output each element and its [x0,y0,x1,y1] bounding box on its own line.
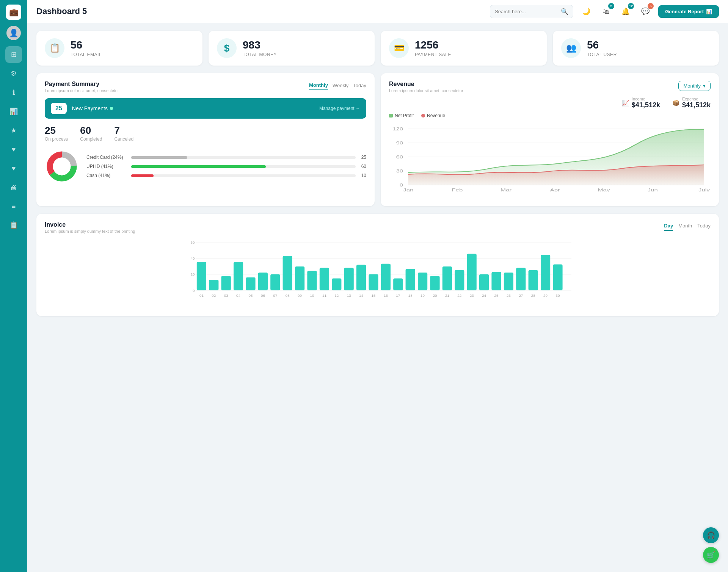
bar-25 [491,272,501,290]
cart-btn[interactable]: 🛍 2 [599,5,613,18]
invoice-title: Invoice [45,221,135,228]
svg-text:60: 60 [396,155,403,159]
dashboard-icon: ⊞ [11,50,17,59]
chat-badge: 5 [648,3,654,9]
sidebar-item-settings[interactable]: ⚙ [5,65,22,82]
progress-row-cc: Credit Card (24%) 25 [86,155,366,160]
legend-net-profit: Net Profit [389,113,414,118]
search-box[interactable]: 🔍 [490,5,573,18]
bar-11 [320,268,329,290]
search-input[interactable] [495,9,558,14]
revenue-monthly-dropdown[interactable]: Monthly ▾ [678,81,711,91]
inv-tab-today[interactable]: Today [697,221,711,231]
invoice-chart-container: 60 40 20 0 [45,239,711,309]
net-profit-label: Net Profit [395,113,414,118]
cc-value: 25 [359,155,366,160]
completed-label: Completed [80,136,102,142]
sidebar-logo[interactable]: 💼 [6,5,21,20]
bar-28 [529,270,538,290]
support-float-btn[interactable]: 🎧 [703,527,719,543]
bar-18 [406,269,415,290]
invoice-card: Invoice Lorem ipsum is simply dummy text… [36,214,719,316]
bar-15 [369,274,378,290]
sidebar-item-dashboard[interactable]: ⊞ [5,46,22,63]
sidebar-item-analytics[interactable]: 📊 [5,103,22,120]
money-icon-box: $ [217,38,237,58]
generate-report-button[interactable]: Generate Report 📊 [658,5,719,18]
sidebar-item-clipboard[interactable]: 📋 [5,217,22,234]
tab-weekly[interactable]: Weekly [333,81,348,90]
svg-text:19: 19 [420,293,425,298]
floating-buttons: 🎧 🛒 [703,527,719,563]
expense-label: Expense [682,97,711,101]
svg-text:120: 120 [392,127,403,131]
svg-text:08: 08 [286,293,290,298]
svg-text:05: 05 [249,293,253,298]
sidebar-item-heart2[interactable]: ♥ [5,160,22,177]
user-avatar[interactable]: 👤 [6,26,21,40]
print-icon: 🖨 [10,183,17,191]
chat-btn[interactable]: 💬 5 [639,5,652,18]
svg-text:11: 11 [322,293,326,298]
svg-point-4 [53,158,71,176]
sidebar-item-info[interactable]: ℹ [5,84,22,101]
legend-row: Net Profit Revenue [389,113,711,118]
chevron-down-icon: ▾ [703,83,706,89]
revenue-dot [421,114,425,118]
svg-text:06: 06 [261,293,265,298]
bar-06 [258,273,268,290]
svg-text:09: 09 [298,293,302,298]
on-process-label: On process [45,136,68,142]
sidebar-item-list[interactable]: ≡ [5,198,22,215]
svg-text:26: 26 [507,293,511,298]
generate-label: Generate Report [665,9,704,14]
bar-01 [197,262,206,290]
svg-text:24: 24 [482,293,486,298]
donut-svg [45,149,79,183]
svg-text:17: 17 [396,293,400,298]
svg-text:27: 27 [519,293,523,298]
bar-22 [455,270,464,290]
tab-today[interactable]: Today [353,81,366,90]
revenue-label: Revenue [427,113,445,118]
moon-btn[interactable]: 🌙 [579,5,593,18]
chart-icon: 📊 [706,9,712,14]
income-item: 📈 Income $41,512k [622,97,660,109]
svg-text:21: 21 [445,293,449,298]
legend-revenue: Revenue [421,113,445,118]
inv-tab-month[interactable]: Month [678,221,692,231]
cash-label: Cash (41%) [86,173,128,178]
bar-26 [504,273,513,290]
bar-27 [516,268,526,290]
cart-float-btn[interactable]: 🛒 [703,547,719,563]
bell-badge: 12 [628,3,634,9]
bar-13 [344,268,354,290]
svg-text:May: May [598,188,610,192]
sidebar-item-favorites[interactable]: ★ [5,122,22,139]
moon-icon: 🌙 [582,7,590,16]
svg-text:15: 15 [372,293,376,298]
inv-tab-day[interactable]: Day [664,221,673,231]
stat-card-email: 📋 56 TOTAL EMAIL [36,31,202,66]
invoice-bar-chart: 60 40 20 0 [57,239,711,307]
svg-text:03: 03 [224,293,228,298]
cc-bar-fill [131,156,187,159]
revenue-area-chart: 120 90 60 30 0 [389,121,711,197]
tab-monthly[interactable]: Monthly [309,81,328,90]
bar-12 [332,278,341,290]
upi-bar-bg [131,165,356,168]
donut-chart [45,149,79,183]
income-icon: 📈 [622,99,629,107]
bar-21 [442,266,452,290]
manage-payment-link[interactable]: Manage payment → [319,106,360,111]
progress-row-upi: UPI ID (41%) 60 [86,164,366,169]
bell-btn[interactable]: 🔔 12 [619,5,632,18]
logo-icon: 💼 [9,8,19,17]
headset-icon: 🎧 [707,531,715,539]
dropdown-label: Monthly [683,83,701,89]
completed-number: 60 [80,125,102,136]
money-label: TOTAL MONEY [243,52,277,57]
payment-summary-title: Payment Summary [45,81,119,88]
sidebar-item-print[interactable]: 🖨 [5,179,22,196]
sidebar-item-heart1[interactable]: ♥ [5,141,22,158]
